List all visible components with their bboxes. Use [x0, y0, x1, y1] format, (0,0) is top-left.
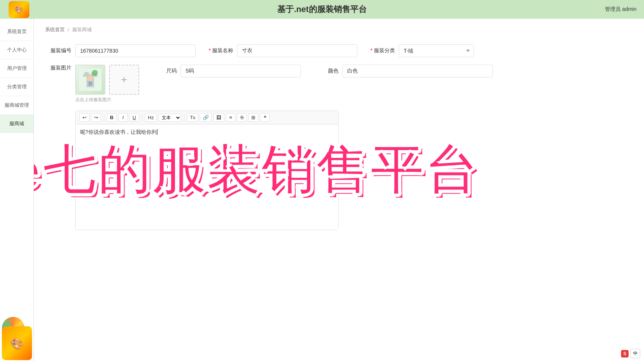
image-label: 服装图片: [45, 65, 71, 71]
toolbar-link[interactable]: 🔗: [200, 113, 212, 122]
bottom-logo-image: 🎨: [2, 326, 32, 360]
breadcrumb: 系统首页 / 服装商城: [45, 26, 633, 33]
svg-rect-3: [88, 81, 92, 86]
toolbar-clear-format[interactable]: Tx: [187, 113, 198, 122]
toolbar-blockquote[interactable]: ❝: [260, 113, 270, 122]
form-group-category: 服装分类 T-续: [369, 44, 474, 57]
sidebar-item-store[interactable]: 服商城: [0, 115, 33, 133]
image-upload-area: +: [75, 65, 139, 95]
svg-point-5: [94, 70, 97, 74]
toolbar-sep-3: [184, 114, 184, 121]
description-section: ↩ ↪ B I U Hz 文本 标题1 标题2: [45, 111, 633, 230]
form-group-name: 服装名称: [207, 44, 357, 57]
sidebar-item-users[interactable]: 用户管理: [0, 59, 33, 78]
color-input[interactable]: [342, 65, 493, 77]
form-group-image: 服装图片: [45, 65, 139, 103]
logo-icon: 🎨: [14, 5, 24, 14]
id-label: 服装编号: [45, 47, 71, 54]
image-preview[interactable]: [75, 65, 105, 95]
toolbar-redo[interactable]: ↪: [91, 113, 101, 122]
editor-body[interactable]: 呢?你说你喜欢读书，让我给你列: [76, 124, 338, 230]
header-user: 管理员 admin: [605, 6, 636, 13]
bottom-logo-icon: 🎨: [10, 337, 24, 350]
header: 🎨 基于.net的服装销售平台 管理员 admin: [0, 0, 644, 19]
upload-hint: 点击上传服装图片: [75, 97, 139, 103]
name-label: 服装名称: [207, 47, 233, 54]
breadcrumb-separator: /: [68, 27, 69, 33]
editor-container: ↩ ↪ B I U Hz 文本 标题1 标题2: [75, 111, 339, 230]
bottom-right-badge: S 中: [621, 349, 640, 358]
main-content: 系统首页 / 服装商城 服装编号 服装名称 服装分类 T-续: [34, 19, 644, 362]
breadcrumb-home[interactable]: 系统首页: [45, 26, 65, 33]
form-section: 服装编号 服装名称 服装分类 T-续 服装图片: [45, 41, 633, 234]
toolbar-bold[interactable]: B: [107, 113, 117, 122]
breadcrumb-current: 服装商城: [72, 26, 92, 33]
toolbar-fontsize-select[interactable]: 文本 标题1 标题2: [158, 114, 181, 122]
toolbar-strikethrough[interactable]: S: [237, 113, 247, 122]
toolbar-heading[interactable]: Hz: [145, 113, 157, 122]
image-add-button[interactable]: +: [109, 65, 139, 95]
image-section: + 点击上传服装图片: [75, 65, 139, 103]
toolbar-italic[interactable]: I: [118, 113, 128, 122]
toolbar-underline[interactable]: U: [129, 113, 139, 122]
form-group-id: 服装编号: [45, 44, 196, 57]
logo-image: 🎨: [9, 1, 29, 18]
form-row-2: 服装图片: [45, 65, 633, 103]
form-row-1: 服装编号 服装名称 服装分类 T-续: [45, 44, 633, 57]
form-group-color: 颜色: [312, 65, 493, 77]
category-label: 服装分类: [369, 47, 395, 54]
toolbar-sep-1: [104, 114, 104, 121]
header-logo: 🎨: [8, 0, 30, 19]
id-input[interactable]: [75, 44, 196, 57]
sidebar-item-category[interactable]: 分类管理: [0, 78, 33, 96]
main-layout: 系统首页 个人中心 用户管理 分类管理 服商城管理 服商城 系统首页 / 服装商…: [0, 19, 644, 362]
toolbar-sep-2: [142, 114, 142, 121]
language-button[interactable]: 中: [630, 349, 640, 358]
editor-content: 呢?你说你喜欢读书，让我给你列: [80, 129, 157, 135]
size-label: 尺码: [150, 68, 177, 74]
toolbar-table[interactable]: ⊞: [248, 113, 258, 122]
svg-point-2: [87, 76, 93, 82]
sidebar-item-store-mgmt[interactable]: 服商城管理: [0, 96, 33, 115]
toolbar-align[interactable]: ≡: [226, 113, 235, 122]
sogou-badge: S: [621, 350, 629, 357]
bottom-logo-area: 🎨: [0, 324, 34, 362]
size-input[interactable]: [181, 65, 301, 77]
toolbar-image[interactable]: 🖼: [213, 113, 224, 122]
category-select[interactable]: T-续: [399, 44, 474, 57]
header-title: 基于.net的服装销售平台: [277, 4, 366, 15]
sogou-icon: S: [623, 351, 626, 356]
toolbar-undo[interactable]: ↩: [79, 113, 90, 122]
sidebar: 系统首页 个人中心 用户管理 分类管理 服商城管理 服商城: [0, 19, 34, 362]
sidebar-item-profile[interactable]: 个人中心: [0, 41, 33, 59]
editor-toolbar: ↩ ↪ B I U Hz 文本 标题1 标题2: [76, 111, 338, 124]
image-preview-inner: [76, 65, 105, 94]
editor-cursor: [157, 129, 158, 135]
form-group-size: 尺码: [150, 65, 301, 77]
tshirt-preview-svg: [79, 68, 102, 91]
sidebar-item-home[interactable]: 系统首页: [0, 23, 33, 41]
color-label: 颜色: [312, 68, 339, 74]
name-input[interactable]: [237, 44, 357, 57]
